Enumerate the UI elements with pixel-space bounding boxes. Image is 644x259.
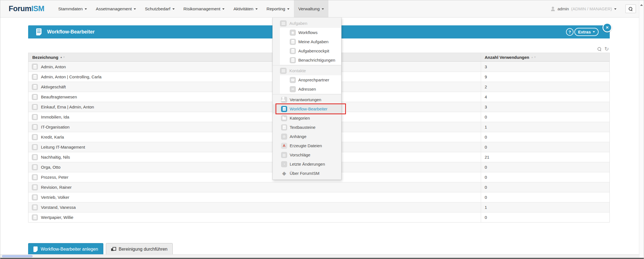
vertical-scrollbar[interactable] bbox=[639, 1, 644, 258]
menu-item-ansprechpartner[interactable]: ☎Ansprechpartner bbox=[280, 75, 341, 84]
global-search-button[interactable] bbox=[625, 4, 636, 13]
cell-bezeichnung: Einkauf, Erna | Admin, Anton bbox=[28, 102, 481, 112]
menu-item-adressen[interactable]: ✉Adressen bbox=[280, 84, 341, 94]
nav-item-schutzbedarf[interactable]: Schutzbedarf bbox=[140, 0, 179, 17]
menu-item-workflows[interactable]: ◉Workflows bbox=[280, 28, 341, 37]
menu-item-über-forumism[interactable]: ◆Über ForumISM bbox=[273, 169, 341, 178]
menu-item-label: Meine Aufgaben bbox=[298, 39, 328, 44]
table-row[interactable]: Vorstand, Vanessa1 bbox=[28, 202, 609, 212]
cell-bezeichnung: Nachhaltig, Nils bbox=[28, 152, 481, 162]
row-label: Beauftragtenwesen bbox=[41, 95, 77, 99]
menu-item-erzeugte-dateien[interactable]: AErzeugte Dateien bbox=[273, 141, 341, 150]
menu-item-anhänge[interactable]: ✇Anhänge bbox=[273, 132, 341, 141]
chevron-down-icon bbox=[287, 8, 289, 11]
menu-item-kategorien[interactable]: Kategorien bbox=[273, 113, 341, 123]
file-icon bbox=[32, 94, 38, 100]
close-panel-button[interactable]: × bbox=[602, 23, 612, 32]
row-label: Nachhaltig, Nils bbox=[41, 155, 70, 159]
menu-subgroup: ☎Ansprechpartner✉Adressen bbox=[280, 75, 341, 94]
row-label: Orga, Otto bbox=[41, 165, 60, 170]
folder-icon bbox=[281, 115, 287, 121]
file-icon bbox=[290, 57, 296, 63]
cell-anzahl-verwendungen: 0 bbox=[481, 192, 609, 202]
nav-item-stammdaten[interactable]: Stammdaten bbox=[54, 0, 91, 17]
user-menu[interactable]: admin (ADMIN / MANAGER) bbox=[551, 6, 616, 11]
user-name: admin bbox=[557, 6, 569, 11]
menu-item-label: Benachrichtigungen bbox=[298, 58, 335, 62]
menu-item-workflow-bearbeiter[interactable]: Workflow-Bearbeiter bbox=[273, 104, 341, 113]
menu-item-vorschläge[interactable]: ▤Vorschläge bbox=[273, 150, 341, 159]
cleanup-button[interactable]: Bereinigung durchführen bbox=[106, 243, 173, 255]
button-label: Bereinigung durchführen bbox=[119, 247, 167, 252]
menu-separator bbox=[273, 94, 341, 95]
navbar-right: admin (ADMIN / MANAGER) bbox=[551, 0, 636, 17]
extras-dropdown-button[interactable]: Extras bbox=[574, 28, 599, 36]
cell-anzahl-verwendungen: 21 bbox=[481, 152, 609, 162]
address-card-icon: ✉ bbox=[290, 86, 296, 92]
phone-icon: ☎ bbox=[290, 77, 296, 83]
row-count: 0 bbox=[485, 185, 487, 190]
cell-anzahl-verwendungen: 2 bbox=[481, 82, 609, 92]
file-icon bbox=[32, 114, 38, 120]
create-workflow-bearbeiter-button[interactable]: Workflow-Bearbeiter anlegen bbox=[28, 243, 103, 255]
cell-bezeichnung: IT-Organisation bbox=[28, 122, 481, 132]
table-row[interactable]: Revision, Rainer0 bbox=[28, 182, 609, 192]
nav-item-label: Risikomanagement bbox=[184, 6, 221, 11]
file-icon bbox=[32, 214, 38, 221]
table-icon: ▤ bbox=[281, 152, 287, 158]
eye-icon: ◉ bbox=[290, 30, 296, 36]
person-icon bbox=[281, 97, 287, 103]
cell-bezeichnung: Orga, Otto bbox=[28, 162, 481, 172]
column-header-anzahl-verwendungen[interactable]: Anzahl Verwendungen ▲▼ bbox=[481, 53, 609, 61]
file-icon bbox=[32, 84, 38, 90]
menu-item-textbausteine[interactable]: Textbausteine bbox=[273, 123, 341, 132]
horizontal-scrollbar[interactable] bbox=[0, 254, 640, 258]
cell-bezeichnung: Aktivgeschäft bbox=[28, 82, 481, 92]
table-row[interactable]: Vertrieb, Volker0 bbox=[28, 192, 609, 202]
cell-anzahl-verwendungen: 0 bbox=[481, 162, 609, 172]
cell-bezeichnung: Beauftragtenwesen bbox=[28, 92, 481, 102]
file-icon bbox=[32, 104, 38, 110]
row-count: 0 bbox=[485, 175, 487, 180]
cell-anzahl-verwendungen: 1 bbox=[481, 202, 609, 212]
chevron-down-icon bbox=[172, 8, 175, 11]
menu-item-verantwortungen[interactable]: Verantwortungen bbox=[273, 95, 341, 104]
menu-item-label: Ansprechpartner bbox=[298, 78, 329, 82]
cell-anzahl-verwendungen: 0 bbox=[481, 172, 609, 182]
file-icon bbox=[290, 39, 296, 45]
cell-anzahl-verwendungen: 1 bbox=[481, 122, 609, 132]
nav-item-assetmanagement[interactable]: Assetmanagement bbox=[91, 0, 140, 17]
help-button[interactable]: ? bbox=[566, 28, 574, 36]
nav-item-risikomanagement[interactable]: Risikomanagement bbox=[179, 0, 229, 17]
menu-item-label: Adressen bbox=[298, 87, 316, 91]
refresh-icon[interactable]: ↻ bbox=[604, 47, 609, 51]
column-header-bezeichnung[interactable]: Bezeichnung ▲▼ bbox=[28, 53, 481, 61]
nav-item-reporting[interactable]: Reporting bbox=[262, 0, 294, 17]
horizontal-scrollbar-thumb[interactable] bbox=[2, 255, 33, 257]
menu-item-aufgabencockpit[interactable]: Aufgabencockpit bbox=[280, 46, 341, 55]
table-row[interactable]: Wertpapier, Willie0 bbox=[28, 212, 609, 222]
menu-item-benachrichtigungen[interactable]: Benachrichtigungen bbox=[280, 55, 341, 65]
file-icon bbox=[32, 204, 38, 210]
footer-buttons: Workflow-Bearbeiter anlegen Bereinigung … bbox=[28, 243, 173, 255]
paperclip-icon: ✇ bbox=[281, 134, 287, 140]
app-logo[interactable]: ForumISM bbox=[9, 0, 44, 17]
logo-part-forum: Forum bbox=[9, 4, 31, 13]
clock-icon: ◔ bbox=[281, 161, 287, 167]
menu-item-letzte-änderungen[interactable]: ◔Letzte Änderungen bbox=[273, 159, 341, 169]
window-bottom-edge bbox=[0, 258, 644, 259]
row-label: Prozess, Peter bbox=[41, 175, 68, 180]
nav-item-aktivitäten[interactable]: Aktivitäten bbox=[229, 0, 262, 17]
nav-item-verwaltung[interactable]: Verwaltung bbox=[294, 0, 328, 17]
row-count: 3 bbox=[485, 64, 487, 69]
button-label: Workflow-Bearbeiter anlegen bbox=[41, 247, 98, 252]
row-count: 21 bbox=[485, 155, 489, 159]
menu-item-meine-aufgaben[interactable]: Meine Aufgaben bbox=[280, 37, 341, 46]
table-search-icon[interactable] bbox=[597, 47, 601, 51]
row-count: 4 bbox=[485, 95, 487, 99]
row-label: Wertpapier, Willie bbox=[41, 215, 73, 220]
chevron-down-icon bbox=[134, 8, 136, 11]
scroll-up-arrow-icon[interactable] bbox=[640, 3, 643, 6]
row-count: 9 bbox=[485, 74, 487, 79]
table-tools: ↻ bbox=[597, 47, 609, 51]
